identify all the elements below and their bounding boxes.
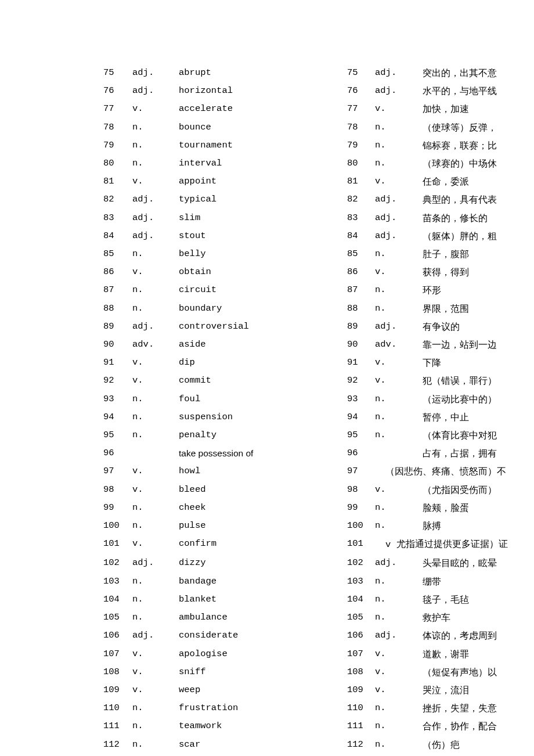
row-number-left: 93 — [103, 390, 132, 408]
row-number-right: 104 — [347, 591, 375, 609]
definition: 加快，加速 — [423, 100, 534, 118]
english-word: obtain — [179, 263, 347, 281]
vocab-row: 78n.bounce78n.（使球等）反弹， — [103, 118, 534, 136]
pos-left: v. — [132, 462, 179, 480]
definition: 水平的，与地平线 — [423, 82, 534, 100]
english-word: horizontal — [179, 82, 347, 100]
vocab-row: 102adj.dizzy102adj.头晕目眩的，眩晕 — [103, 554, 534, 572]
pos-right: v. — [375, 100, 423, 118]
definition: 挫折，失望，失意 — [423, 699, 534, 717]
vocab-row: 83adj.slim83adj.苗条的，修长的 — [103, 209, 534, 227]
row-number-right: 110 — [347, 699, 375, 717]
pos-right: n. — [375, 136, 423, 154]
pos-left: n. — [132, 154, 179, 172]
row-number-left: 110 — [103, 699, 132, 717]
pos-right: adv. — [375, 336, 423, 354]
row-number-right: 89 — [347, 318, 375, 336]
definition: 合作，协作，配合 — [423, 717, 534, 735]
english-word: aside — [179, 336, 347, 354]
english-word: sniff — [179, 663, 347, 681]
english-word: commit — [179, 372, 347, 390]
pos-left: n. — [132, 245, 179, 263]
english-word: cheek — [179, 499, 347, 517]
pos-right: n. — [375, 281, 423, 299]
english-word: typical — [179, 190, 347, 208]
pos-right: adj. — [375, 209, 423, 227]
pos-left: n. — [132, 408, 179, 426]
row-number-left: 91 — [103, 354, 132, 372]
row-number-right: 97 — [347, 462, 375, 480]
pos-right: v. — [375, 481, 423, 499]
row-number-left: 99 — [103, 499, 132, 517]
pos-left — [132, 444, 179, 462]
pos-left: v. — [132, 172, 179, 190]
pos-right: n. — [375, 699, 423, 717]
vocab-row: 87n.circuit87n.环形 — [103, 281, 534, 299]
vocab-row: 110n.frustration110n.挫折，失望，失意 — [103, 699, 534, 717]
definition: （伤）疤 — [423, 736, 534, 754]
vocab-row: 106adj.considerate106adj.体谅的，考虑周到 — [103, 627, 534, 645]
pos-left: v. — [132, 372, 179, 390]
pos-right: n. — [375, 390, 423, 408]
pos-left: n. — [132, 717, 179, 735]
row-number-left: 83 — [103, 209, 132, 227]
definition: 任命，委派 — [423, 172, 534, 190]
pos-right: v. — [375, 354, 423, 372]
row-number-left: 89 — [103, 318, 132, 336]
row-number-right: 83 — [347, 209, 375, 227]
vocab-row: 84adj.stout84adj.（躯体）胖的，粗 — [103, 227, 534, 245]
definition: 突出的，出其不意 — [423, 64, 534, 82]
pos-left: n. — [132, 390, 179, 408]
row-number-left: 77 — [103, 100, 132, 118]
pos-left: adj. — [132, 227, 179, 245]
vocab-row: 76adj.horizontal76adj.水平的，与地平线 — [103, 82, 534, 100]
row-number-left: 92 — [103, 372, 132, 390]
vocab-row: 79n.tournament79n.锦标赛，联赛；比 — [103, 136, 534, 154]
row-number-right: 90 — [347, 336, 375, 354]
definition: 占有，占据，拥有 — [423, 444, 534, 462]
vocab-row: 98v.bleed98v.（尤指因受伤而） — [103, 481, 534, 499]
pos-left: n. — [132, 573, 179, 591]
row-number-left: 100 — [103, 517, 132, 535]
row-number-left: 102 — [103, 554, 132, 572]
pos-left: n. — [132, 591, 179, 609]
vocab-row: 75adj.abrupt75adj.突出的，出其不意 — [103, 64, 534, 82]
row-number-left: 94 — [103, 408, 132, 426]
definition: v 尤指通过提供更多证据）证 — [375, 535, 534, 554]
english-word: scar — [179, 736, 347, 754]
pos-left: n. — [132, 136, 179, 154]
row-number-right: 102 — [347, 554, 375, 572]
row-number-left: 98 — [103, 481, 132, 499]
english-word: penalty — [179, 426, 347, 444]
row-number-right: 77 — [347, 100, 375, 118]
pos-left: n. — [132, 118, 179, 136]
row-number-right: 93 — [347, 390, 375, 408]
definition: 体谅的，考虑周到 — [423, 627, 534, 645]
pos-left: v. — [132, 645, 179, 663]
pos-right: n. — [375, 609, 423, 627]
row-number-left: 111 — [103, 717, 132, 735]
definition: 苗条的，修长的 — [423, 209, 534, 227]
pos-prefix: v — [385, 539, 396, 550]
english-word: boundary — [179, 300, 347, 318]
row-number-left: 105 — [103, 609, 132, 627]
pos-right: v. — [375, 681, 423, 699]
row-number-left: 78 — [103, 118, 132, 136]
pos-left: n. — [132, 300, 179, 318]
row-number-right: 103 — [347, 573, 375, 591]
definition: 脸颊，脸蛋 — [423, 499, 534, 517]
vocab-row: 94n.suspension94n.暂停，中止 — [103, 408, 534, 426]
vocab-row: 99n.cheek99n.脸颊，脸蛋 — [103, 499, 534, 517]
vocab-row: 104n.blanket104n.毯子，毛毡 — [103, 591, 534, 609]
pos-right: n. — [375, 408, 423, 426]
pos-right: v. — [375, 372, 423, 390]
definition: 肚子，腹部 — [423, 245, 534, 263]
row-number-right: 105 — [347, 609, 375, 627]
pos-left: n. — [132, 426, 179, 444]
english-word: bleed — [179, 481, 347, 499]
pos-right: n. — [375, 717, 423, 735]
row-number-right: 78 — [347, 118, 375, 136]
pos-left: v. — [132, 100, 179, 118]
definition: 哭泣，流泪 — [423, 681, 534, 699]
pos-right: adj. — [375, 627, 423, 645]
